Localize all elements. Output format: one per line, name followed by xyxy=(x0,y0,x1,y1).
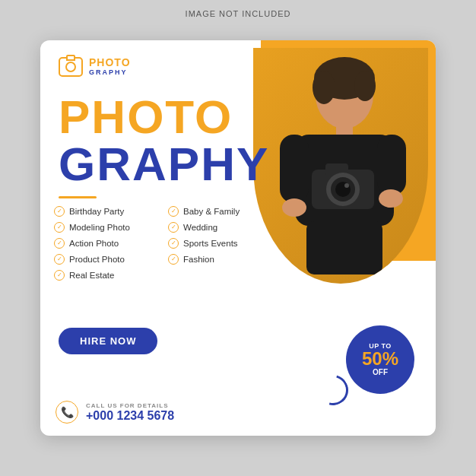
svg-point-9 xyxy=(379,189,403,208)
logo-area: PHOTO GRAPHY xyxy=(59,57,131,77)
call-label: CALL US FOR DETAILS xyxy=(86,402,174,409)
hire-now-button[interactable]: HIRE NOW xyxy=(59,328,157,354)
list-item: Wedding xyxy=(168,222,274,233)
list-item: Birthday Party xyxy=(54,206,160,217)
list-item: Fashion xyxy=(168,254,274,265)
check-icon xyxy=(54,270,65,281)
svg-rect-7 xyxy=(377,135,406,195)
svg-point-8 xyxy=(282,198,306,217)
watermark-text: IMAGE NOT INCLUDED xyxy=(186,9,291,18)
discount-off: OFF xyxy=(373,368,388,377)
service-label: Wedding xyxy=(183,223,217,232)
logo-text: PHOTO GRAPHY xyxy=(89,57,131,76)
svg-rect-6 xyxy=(280,135,309,203)
arc-decoration xyxy=(313,370,354,411)
phone-icon: 📞 xyxy=(61,406,74,418)
service-label: Fashion xyxy=(183,255,214,264)
service-label: Birthday Party xyxy=(69,207,124,216)
phone-number: +000 1234 5678 xyxy=(86,409,174,423)
list-item: Action Photo xyxy=(54,238,160,249)
check-icon xyxy=(54,206,65,217)
logo-photo: PHOTO xyxy=(89,57,131,68)
service-label: Real Estate xyxy=(69,271,114,280)
svg-point-3 xyxy=(354,71,376,101)
heading-divider xyxy=(59,196,97,198)
phone-icon-circle: 📞 xyxy=(56,401,78,424)
contact-info: CALL US FOR DETAILS +000 1234 5678 xyxy=(86,402,174,423)
promo-card: PHOTO GRAPHY PHOTO GRAPHY Birthday Party… xyxy=(40,40,436,436)
heading-line2: GRAPHY xyxy=(59,141,269,188)
svg-point-2 xyxy=(313,71,335,104)
check-icon xyxy=(168,238,179,249)
service-label: Product Photo xyxy=(69,255,125,264)
list-item: Modeling Photo xyxy=(54,222,160,233)
check-icon xyxy=(168,254,179,265)
service-label: Action Photo xyxy=(69,239,119,248)
check-icon xyxy=(54,222,65,233)
photographer-image xyxy=(253,48,428,284)
check-icon xyxy=(54,254,65,265)
svg-rect-16 xyxy=(306,221,382,274)
list-item: Sports Events xyxy=(168,238,274,249)
camera-logo-icon xyxy=(59,57,83,77)
discount-badge: UP TO 50% OFF xyxy=(346,325,414,394)
services-list: Birthday Party Baby & Family Modeling Ph… xyxy=(54,206,274,281)
logo-graphy: GRAPHY xyxy=(89,69,131,77)
list-item: Product Photo xyxy=(54,254,160,265)
check-icon xyxy=(168,206,179,217)
list-item: Real Estate xyxy=(54,270,160,281)
service-label: Modeling Photo xyxy=(69,223,130,232)
heading-line1: PHOTO xyxy=(59,94,269,141)
check-icon xyxy=(168,222,179,233)
main-heading: PHOTO GRAPHY xyxy=(59,94,269,188)
contact-area: 📞 CALL US FOR DETAILS +000 1234 5678 xyxy=(56,401,174,424)
list-item: Baby & Family xyxy=(168,206,274,217)
service-label: Sports Events xyxy=(183,239,238,248)
service-label: Baby & Family xyxy=(183,207,240,216)
check-icon xyxy=(54,238,65,249)
discount-percent: 50% xyxy=(362,350,398,368)
svg-point-15 xyxy=(344,183,349,188)
